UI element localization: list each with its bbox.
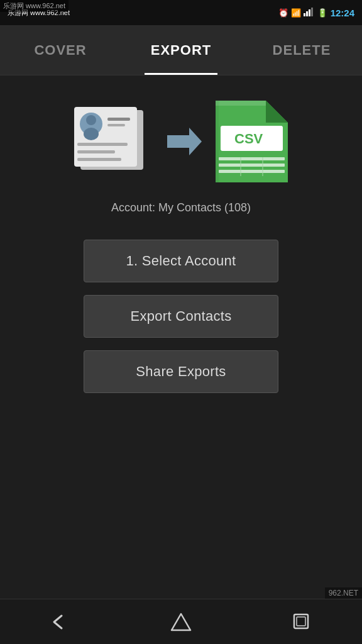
svg-point-8 bbox=[84, 128, 99, 140]
svg-rect-11 bbox=[77, 143, 128, 146]
svg-rect-1 bbox=[306, 11, 308, 16]
main-content: CSV Account: My Contacts (108) 1. Select… bbox=[0, 75, 362, 599]
watermark-topleft: 乐游网 www.962.net bbox=[0, 0, 69, 12]
svg-point-7 bbox=[86, 115, 96, 125]
wifi-icon: 📶 bbox=[291, 8, 301, 18]
tab-bar: COVER EXPORT DELETE bbox=[0, 25, 362, 75]
tab-delete[interactable]: DELETE bbox=[241, 25, 362, 75]
nav-bar bbox=[0, 599, 362, 644]
tab-cover[interactable]: COVER bbox=[0, 25, 121, 75]
svg-rect-12 bbox=[77, 150, 115, 153]
svg-rect-21 bbox=[219, 164, 285, 167]
share-exports-button[interactable]: Share Exports bbox=[84, 350, 278, 393]
tab-export[interactable]: EXPORT bbox=[121, 25, 241, 75]
svg-rect-0 bbox=[304, 13, 305, 16]
svg-rect-28 bbox=[297, 617, 305, 626]
svg-rect-10 bbox=[107, 124, 125, 126]
svg-marker-26 bbox=[172, 614, 190, 630]
clock-icon: ⏰ bbox=[278, 8, 288, 18]
svg-rect-3 bbox=[311, 8, 313, 16]
status-time: 12:24 bbox=[331, 8, 354, 18]
svg-rect-17 bbox=[216, 101, 266, 106]
signal-icon bbox=[304, 8, 315, 18]
hero-image: CSV bbox=[71, 101, 291, 182]
csv-icon: CSV bbox=[216, 101, 291, 182]
home-button[interactable] bbox=[156, 606, 206, 638]
svg-rect-9 bbox=[107, 118, 130, 121]
svg-rect-20 bbox=[219, 157, 285, 160]
watermark-bottomright: 962.NET bbox=[325, 587, 362, 599]
back-button[interactable] bbox=[35, 606, 85, 638]
svg-marker-25 bbox=[216, 101, 219, 182]
svg-rect-13 bbox=[77, 158, 121, 161]
status-icons: ⏰ 📶 🔋 bbox=[278, 8, 327, 18]
svg-marker-14 bbox=[167, 128, 202, 155]
battery-icon: 🔋 bbox=[317, 8, 327, 18]
svg-rect-22 bbox=[219, 170, 285, 173]
recents-button[interactable] bbox=[277, 606, 327, 638]
export-contacts-button[interactable]: Export Contacts bbox=[84, 295, 278, 338]
status-right: ⏰ 📶 🔋 12:24 bbox=[278, 8, 354, 18]
svg-rect-2 bbox=[309, 9, 310, 16]
arrow-icon bbox=[165, 126, 203, 157]
svg-text:CSV: CSV bbox=[234, 131, 263, 147]
account-label: Account: My Contacts (108) bbox=[111, 201, 251, 214]
select-account-button[interactable]: 1. Select Account bbox=[84, 240, 278, 282]
contact-card-icon bbox=[71, 104, 153, 179]
svg-marker-16 bbox=[266, 101, 288, 123]
